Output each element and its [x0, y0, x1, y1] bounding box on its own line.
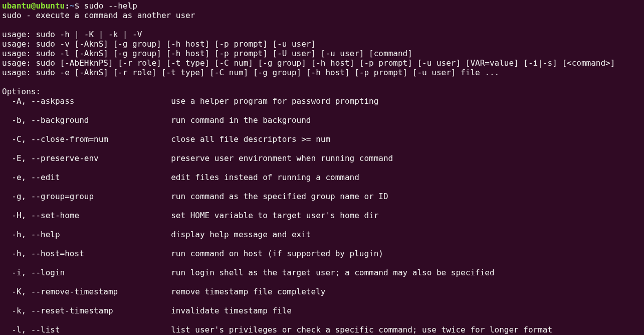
option-flag: -h, --help	[2, 230, 171, 239]
terminal-viewport[interactable]: ubantu@ubuntu:~$ sudo --help sudo - exec…	[0, 0, 644, 335]
prompt-sigil: $	[75, 1, 80, 11]
option-flag: -K, --remove-timestamp	[2, 287, 171, 296]
option-flag: -h, --host=host	[2, 249, 171, 258]
usage-line: usage: sudo [-AbEHknPS] [-r role] [-t ty…	[2, 58, 615, 68]
usage-line: usage: sudo -l [-AknS] [-g group] [-h ho…	[2, 49, 412, 58]
option-desc: invalidate timestamp file	[171, 306, 292, 315]
prompt-line: ubantu@ubuntu:~$ sudo --help	[2, 1, 137, 11]
usage-line: usage: sudo -h | -K | -k | -V	[2, 30, 142, 39]
option-desc: remove timestamp file completely	[171, 287, 325, 296]
option-flag: -i, --login	[2, 268, 171, 277]
option-desc: edit files instead of running a command	[171, 173, 359, 182]
option-row: -E, --preserve-envpreserve user environm…	[2, 153, 642, 163]
option-flag: -l, --list	[2, 325, 171, 334]
option-row: -C, --close-from=numclose all file descr…	[2, 134, 642, 144]
option-row: -e, --editedit files instead of running …	[2, 173, 642, 182]
option-desc: run command in the background	[171, 115, 311, 125]
options-header: Options:	[2, 87, 41, 96]
option-row: -h, --helpdisplay help message and exit	[2, 230, 642, 239]
option-desc: run command as the specified group name …	[171, 192, 388, 201]
option-flag: -b, --background	[2, 115, 171, 125]
option-flag: -C, --close-from=num	[2, 134, 171, 144]
output-header: sudo - execute a command as another user	[2, 11, 195, 20]
option-row: -l, --listlist user's privileges or chec…	[2, 325, 642, 334]
option-desc: use a helper program for password prompt…	[171, 96, 378, 106]
option-flag: -e, --edit	[2, 173, 171, 182]
option-row: -H, --set-homeset HOME variable to targe…	[2, 211, 642, 220]
prompt-user-host: ubantu@ubuntu	[2, 1, 65, 11]
option-flag: -A, --askpass	[2, 96, 171, 106]
option-desc: set HOME variable to target user's home …	[171, 211, 378, 220]
option-desc: run login shell as the target user; a co…	[171, 268, 494, 277]
option-row: -k, --reset-timestampinvalidate timestam…	[2, 306, 642, 315]
option-desc: list user's privileges or check a specif…	[171, 325, 552, 334]
usage-line: usage: sudo -v [-AknS] [-g group] [-h ho…	[2, 39, 316, 49]
option-flag: -E, --preserve-env	[2, 153, 171, 163]
option-desc: run command on host (if supported by plu…	[171, 249, 383, 258]
usage-line: usage: sudo -e [-AknS] [-r role] [-t typ…	[2, 68, 499, 77]
option-row: -K, --remove-timestampremove timestamp f…	[2, 287, 642, 296]
option-row: -g, --group=grouprun command as the spec…	[2, 192, 642, 201]
option-row: -A, --askpassuse a helper program for pa…	[2, 96, 642, 106]
option-row: -h, --host=hostrun command on host (if s…	[2, 249, 642, 258]
option-row: -i, --loginrun login shell as the target…	[2, 268, 642, 277]
option-flag: -H, --set-home	[2, 211, 171, 220]
prompt-path: ~	[70, 1, 75, 11]
entered-command: sudo --help	[84, 1, 137, 11]
option-row: -b, --backgroundrun command in the backg…	[2, 115, 642, 125]
option-flag: -k, --reset-timestamp	[2, 306, 171, 315]
option-desc: close all file descriptors >= num	[171, 134, 330, 144]
option-desc: preserve user environment when running c…	[171, 153, 393, 163]
option-flag: -g, --group=group	[2, 192, 171, 201]
prompt-separator: :	[65, 1, 70, 11]
option-desc: display help message and exit	[171, 230, 311, 239]
